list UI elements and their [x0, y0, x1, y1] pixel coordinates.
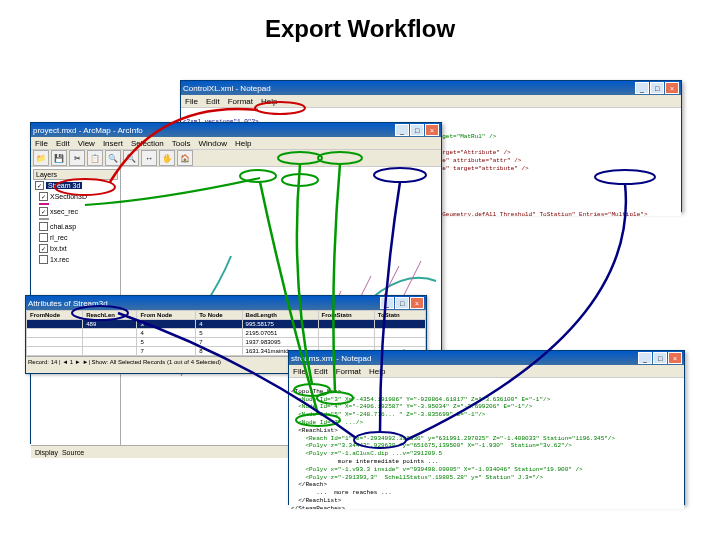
symbol-icon: [39, 203, 49, 205]
layer-label: 1x.rec: [50, 256, 69, 263]
minimize-button[interactable]: _: [380, 297, 394, 309]
layer-item[interactable]: ✓ xsec_rec: [33, 206, 118, 217]
close-button[interactable]: ×: [425, 124, 439, 136]
titlebar[interactable]: proyect.mxd - ArcMap - ArcInfo _ □ ×: [31, 123, 441, 137]
menu-help[interactable]: Help: [369, 367, 385, 376]
titlebar[interactable]: streams.xml - Notepad _ □ ×: [289, 351, 684, 365]
checkbox-icon[interactable]: ✓: [35, 181, 44, 190]
layer-item[interactable]: ✓ Stream 3d: [33, 180, 118, 191]
checkbox-icon[interactable]: [39, 255, 48, 264]
close-button[interactable]: ×: [410, 297, 424, 309]
menu-insert[interactable]: Insert: [103, 139, 123, 148]
col-header[interactable]: BedLength: [242, 311, 318, 320]
layer-label: rl_rec: [50, 234, 68, 241]
xml-content[interactable]: <Topo:The.Net> <Node Id="3" X="-4354.191…: [289, 378, 684, 509]
toolbar: 📁 💾 ✂ 📋 🔍 🔍 ↔ 🖐 🏠: [31, 150, 441, 167]
menu-tools[interactable]: Tools: [172, 139, 191, 148]
menu-file[interactable]: File: [35, 139, 48, 148]
titlebar[interactable]: ControlXL.xml - Notepad _ □ ×: [181, 81, 681, 95]
checkbox-icon[interactable]: ✓: [39, 244, 48, 253]
layer-label: bx.txt: [50, 245, 67, 252]
menu-edit[interactable]: Edit: [206, 97, 220, 106]
menu-selection[interactable]: Selection: [131, 139, 164, 148]
menubar: File Edit View Insert Selection Tools Wi…: [31, 137, 441, 150]
zoom-in-icon[interactable]: 🔍: [105, 150, 121, 166]
window-title: Attributes of Stream3d: [28, 299, 108, 308]
maximize-button[interactable]: □: [653, 352, 667, 364]
checkbox-icon[interactable]: ✓: [39, 192, 48, 201]
window-title: streams.xml - Notepad: [291, 354, 371, 363]
layer-item[interactable]: chai.asp: [33, 221, 118, 232]
maximize-button[interactable]: □: [395, 297, 409, 309]
table-row[interactable]: 452195.07051: [27, 329, 426, 338]
layer-label: XSection3D: [50, 193, 87, 200]
titlebar[interactable]: Attributes of Stream3d _ □ ×: [26, 296, 426, 310]
open-icon[interactable]: 📁: [33, 150, 49, 166]
checkbox-icon[interactable]: ✓: [39, 207, 48, 216]
symbol-icon: [39, 218, 49, 220]
tab-source[interactable]: Source: [62, 449, 84, 456]
col-header[interactable]: To Node: [196, 311, 242, 320]
cut-icon[interactable]: ✂: [69, 150, 85, 166]
page-title: Export Workflow: [265, 15, 455, 43]
col-header[interactable]: From Node: [137, 311, 196, 320]
layer-label: chai.asp: [50, 223, 76, 230]
menubar: File Edit Format Help: [181, 95, 681, 108]
checkbox-icon[interactable]: [39, 233, 48, 242]
window-title: ControlXL.xml - Notepad: [183, 84, 271, 93]
menu-file[interactable]: File: [293, 367, 306, 376]
table-row[interactable]: 48934995.58175: [27, 320, 426, 329]
zoom-out-icon[interactable]: 🔍: [123, 150, 139, 166]
menu-file[interactable]: File: [185, 97, 198, 106]
minimize-button[interactable]: _: [638, 352, 652, 364]
close-button[interactable]: ×: [665, 82, 679, 94]
tab-display[interactable]: Display: [35, 449, 58, 456]
layer-item[interactable]: rl_rec: [33, 232, 118, 243]
minimize-button[interactable]: _: [395, 124, 409, 136]
save-icon[interactable]: 💾: [51, 150, 67, 166]
menu-format[interactable]: Format: [336, 367, 361, 376]
menubar: File Edit Format Help: [289, 365, 684, 378]
toc-header: Layers: [33, 169, 118, 180]
menu-help[interactable]: Help: [261, 97, 277, 106]
window-title: proyect.mxd - ArcMap - ArcInfo: [33, 126, 143, 135]
col-header[interactable]: ReachLen: [83, 311, 137, 320]
menu-help[interactable]: Help: [235, 139, 251, 148]
home-icon[interactable]: 🏠: [177, 150, 193, 166]
menu-view[interactable]: View: [78, 139, 95, 148]
paste-icon[interactable]: 📋: [87, 150, 103, 166]
col-header[interactable]: FromStatn: [318, 311, 374, 320]
minimize-button[interactable]: _: [635, 82, 649, 94]
maximize-button[interactable]: □: [410, 124, 424, 136]
checkbox-icon[interactable]: [39, 222, 48, 231]
menu-edit[interactable]: Edit: [314, 367, 328, 376]
layer-item[interactable]: ✓ XSection3D: [33, 191, 118, 202]
hand-icon[interactable]: 🖐: [159, 150, 175, 166]
col-header[interactable]: FromNode: [27, 311, 83, 320]
menu-window[interactable]: Window: [199, 139, 227, 148]
col-header[interactable]: ToStatn: [374, 311, 425, 320]
layer-item[interactable]: ✓ bx.txt: [33, 243, 118, 254]
table-row[interactable]: 571937.983095: [27, 338, 426, 347]
menu-format[interactable]: Format: [228, 97, 253, 106]
notepad-streams-window: streams.xml - Notepad _ □ × File Edit Fo…: [288, 350, 685, 505]
layer-item[interactable]: 1x.rec: [33, 254, 118, 265]
layer-label: xsec_rec: [50, 208, 78, 215]
layer-label: Stream 3d: [46, 182, 82, 189]
pan-icon[interactable]: ↔: [141, 150, 157, 166]
maximize-button[interactable]: □: [650, 82, 664, 94]
menu-edit[interactable]: Edit: [56, 139, 70, 148]
close-button[interactable]: ×: [668, 352, 682, 364]
